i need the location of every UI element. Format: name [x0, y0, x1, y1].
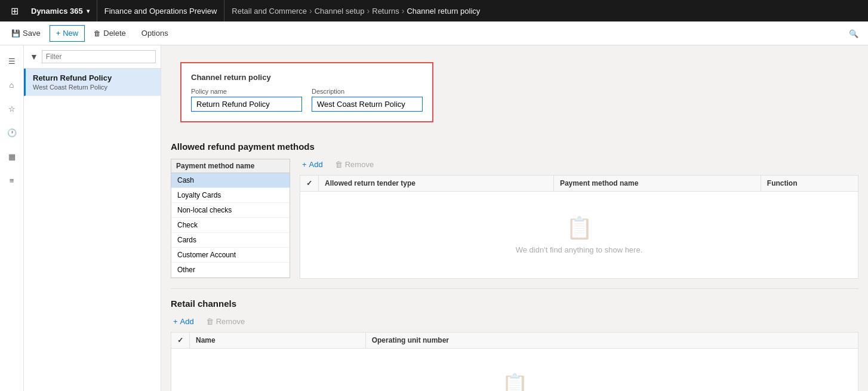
channels-col-name: Name — [190, 332, 366, 349]
refund-add-icon: + — [302, 160, 307, 169]
form-card-title: Channel return policy — [191, 73, 423, 82]
refund-remove-button[interactable]: 🗑 Remove — [333, 159, 376, 170]
new-label: New — [63, 29, 78, 38]
refund-col-tender: Allowed return tender type — [319, 176, 554, 192]
payment-list-item[interactable]: Customer Account — [171, 248, 290, 263]
refund-add-label: Add — [309, 160, 323, 169]
payment-list-item[interactable]: Loyalty Cards — [171, 188, 290, 203]
policy-name-label: Policy name — [191, 88, 302, 95]
refund-table: ✓ Allowed return tender type Payment met… — [300, 175, 858, 192]
payment-list-item[interactable]: Other — [171, 263, 290, 278]
calendar-icon-btn[interactable]: ▦ — [1, 146, 23, 167]
payment-list-item[interactable]: Non-local checks — [171, 203, 290, 218]
filter-icon-btn[interactable]: ▼ — [29, 51, 39, 63]
channels-remove-button[interactable]: 🗑 Remove — [204, 316, 247, 327]
description-label: Description — [312, 88, 423, 95]
allowed-refund-section: Allowed refund payment methods Payment m… — [161, 132, 868, 288]
refund-table-actions: + Add 🗑 Remove — [300, 159, 858, 170]
payment-list-item[interactable]: Cards — [171, 233, 290, 248]
module-name: Finance and Operations Preview — [97, 0, 225, 21]
app-name-chevron: ▾ — [87, 8, 90, 14]
save-label: Save — [23, 29, 41, 38]
list-icon: ≡ — [10, 176, 14, 185]
refund-remove-label: Remove — [345, 160, 374, 169]
new-button[interactable]: + New — [50, 25, 85, 42]
delete-icon: 🗑 — [94, 29, 101, 38]
filter-input[interactable] — [42, 50, 156, 63]
refund-empty-icon: 📋 — [312, 215, 846, 241]
list-filter-bar: ▼ — [24, 45, 161, 69]
grid-icon: ⊞ — [11, 5, 19, 17]
list-panel: ▼ Return Refund Policy West Coast Return… — [24, 45, 161, 391]
channels-add-button[interactable]: + Add — [171, 316, 196, 327]
channels-table-actions: + Add 🗑 Remove — [171, 316, 858, 327]
delete-label: Delete — [103, 29, 126, 38]
clock-icon-btn[interactable]: 🕐 — [1, 122, 23, 143]
refund-col-check: ✓ — [300, 176, 319, 192]
channels-table: ✓ Name Operating unit number — [171, 332, 858, 349]
form-row: Policy name Description — [191, 88, 423, 112]
star-icon: ☆ — [8, 104, 16, 113]
retail-channels-section: Retail channels + Add 🗑 Remove ✓ Name Op… — [161, 289, 868, 391]
sidebar-icons: ☰ ⌂ ☆ 🕐 ▦ ≡ — [0, 45, 24, 391]
list-item-title: Return Refund Policy — [33, 73, 153, 82]
breadcrumb-channel[interactable]: Channel setup — [315, 7, 365, 16]
content-area: Channel return policy Policy name Descri… — [161, 45, 868, 391]
save-icon: 💾 — [11, 29, 20, 38]
main-layout: ☰ ⌂ ☆ 🕐 ▦ ≡ ▼ Return Refund Policy West … — [0, 45, 868, 391]
star-icon-btn[interactable]: ☆ — [1, 98, 23, 119]
search-icon: 🔍 — [849, 29, 858, 38]
payment-list-item[interactable]: Cash — [171, 173, 290, 188]
search-button[interactable]: 🔍 — [844, 26, 863, 41]
menu-icon: ☰ — [8, 57, 16, 66]
channels-remove-label: Remove — [216, 317, 245, 326]
delete-button[interactable]: 🗑 Delete — [87, 25, 133, 42]
action-bar: 💾 Save + New 🗑 Delete Options 🔍 — [0, 21, 868, 45]
options-button[interactable]: Options — [135, 25, 175, 42]
policy-name-field: Policy name — [191, 88, 302, 112]
list-icon-btn[interactable]: ≡ — [1, 170, 23, 191]
refund-col-payment: Payment method name — [553, 176, 761, 192]
breadcrumb-returns[interactable]: Returns — [372, 7, 399, 16]
channels-add-label: Add — [180, 317, 194, 326]
breadcrumb: Retail and Commerce › Channel setup › Re… — [224, 6, 863, 16]
allowed-refund-title: Allowed refund payment methods — [171, 141, 858, 152]
description-field: Description — [312, 88, 423, 112]
breadcrumb-retail[interactable]: Retail and Commerce — [232, 7, 307, 16]
home-icon: ⌂ — [10, 81, 14, 90]
right-table-area: + Add 🗑 Remove ✓ Allowed return tend — [300, 159, 858, 279]
home-icon-btn[interactable]: ⌂ — [1, 74, 23, 96]
payment-list-item[interactable]: Check — [171, 218, 290, 233]
refund-add-button[interactable]: + Add — [300, 159, 325, 170]
new-icon: + — [56, 29, 61, 38]
payment-list-header: Payment method name — [171, 159, 290, 173]
calendar-icon: ▦ — [8, 152, 16, 161]
app-name-section[interactable]: Dynamics 365 ▾ — [24, 0, 97, 21]
top-nav: ⊞ Dynamics 365 ▾ Finance and Operations … — [0, 0, 868, 21]
form-card: Channel return policy Policy name Descri… — [180, 62, 433, 122]
channels-col-check: ✓ — [171, 332, 190, 349]
payment-methods-container: Payment method name CashLoyalty CardsNon… — [171, 159, 858, 279]
list-item[interactable]: Return Refund Policy West Coast Return P… — [24, 69, 161, 96]
channels-empty-state: 📋 We didn't find anything to show here. — [171, 349, 858, 391]
options-label: Options — [141, 29, 168, 38]
payment-list-wrapper: Payment method name CashLoyalty CardsNon… — [171, 159, 290, 279]
refund-col-function: Function — [761, 176, 858, 192]
breadcrumb-policy: Channel return policy — [407, 7, 480, 16]
channels-col-unit: Operating unit number — [365, 332, 858, 349]
menu-icon-btn[interactable]: ☰ — [1, 50, 23, 72]
clock-icon: 🕐 — [7, 128, 17, 137]
channels-remove-icon: 🗑 — [206, 317, 214, 326]
refund-empty-state: 📋 We didn't find anything to show here. — [300, 192, 858, 279]
retail-channels-title: Retail channels — [171, 298, 858, 309]
save-button[interactable]: 💾 Save — [5, 25, 47, 42]
payment-list: CashLoyalty CardsNon-local checksCheckCa… — [171, 173, 290, 278]
channels-add-icon: + — [173, 317, 178, 326]
list-item-subtitle: West Coast Return Policy — [33, 84, 153, 91]
app-name-label: Dynamics 365 — [31, 7, 83, 16]
description-input[interactable] — [312, 97, 423, 112]
refund-remove-icon: 🗑 — [335, 160, 343, 169]
policy-name-input[interactable] — [191, 97, 302, 112]
channels-empty-icon: 📋 — [183, 372, 846, 391]
grid-icon-btn[interactable]: ⊞ — [5, 0, 24, 21]
